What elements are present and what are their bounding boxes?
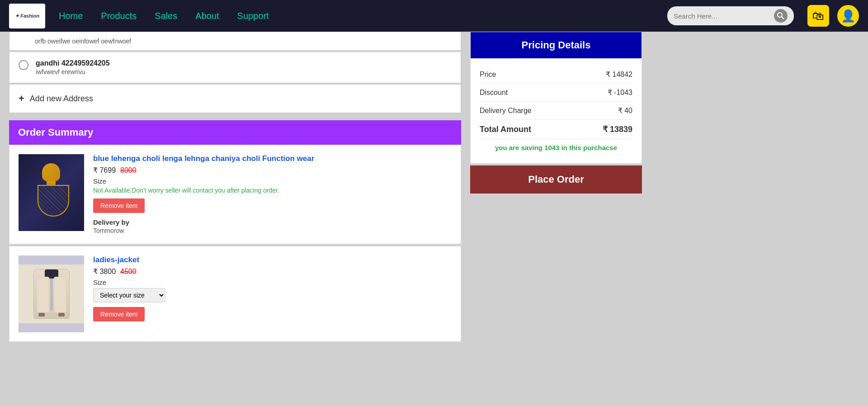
pricing-label-total: Total Amount [480,125,531,134]
lehenga-top [42,163,60,181]
order-item-2-title: ladies-jacket [93,255,452,264]
address-info-1: gandhi 422495924205 iwfvwevf erewrivu [36,59,110,76]
search-icon [777,12,784,19]
order-item-1-delivery: Delivery by Tommorow [93,218,452,235]
place-order-button[interactable]: Place Order [470,165,642,194]
logo[interactable]: ✦ Fashion [9,4,45,28]
add-address-plus-icon: + [19,93,24,104]
order-item-2-original-price: 4500 [120,268,137,276]
pricing-label-discount: Discount [480,89,508,97]
cart-icon[interactable]: 🛍 [807,5,829,27]
add-address-button[interactable]: + Add new Address [9,84,461,113]
order-item-1-title: blue lehenga choli lenga lehnga chaniya … [93,154,452,163]
order-summary-title: Order Summary [18,127,93,138]
lehenga-skirt [38,185,69,217]
pricing-value-delivery: ₹ 40 [618,106,632,115]
search-input[interactable] [674,12,771,20]
order-item-2-price: ₹ 3800 [93,267,116,276]
nav-products[interactable]: Products [101,11,137,21]
jacket-zipper [50,279,53,310]
navbar-icons: 🛍 👤 [807,5,859,27]
order-item-2-image [19,255,84,332]
pricing-row-delivery: Delivery Charge ₹ 40 [480,102,632,120]
order-item-1: blue lehenga choli lenga lehnga chaniya … [9,145,461,244]
order-summary-header: Order Summary [9,120,461,145]
add-address-label: Add new Address [30,94,93,104]
navbar: ✦ Fashion Home Products Sales About Supp… [0,0,868,32]
jacket-image [19,264,84,323]
pricing-row-discount: Discount ₹ -1043 [480,84,632,102]
pricing-label-delivery: Delivery Charge [480,107,532,115]
delivery-label-1: Delivery by [93,218,129,226]
lehenga-figure [38,163,65,217]
logo-text: ✦ Fashion [15,13,39,19]
address-name-1: gandhi 422495924205 [36,59,110,67]
pricing-saving-text: you are saving 1043 in this purchacse [480,139,632,156]
order-item-1-original-price: 8000 [120,166,137,175]
pricing-card: Pricing Details Price ₹ 14842 Discount ₹… [470,32,642,164]
search-button[interactable] [774,9,788,23]
order-item-2-size-select[interactable]: Select your size S M L XL [93,288,165,302]
nav-support[interactable]: Support [237,11,269,21]
user-icon[interactable]: 👤 [837,5,859,27]
address-item-1: gandhi 422495924205 iwfvwevf erewrivu [9,52,461,83]
search-bar [667,6,794,25]
jacket-pocket-right [58,313,65,316]
order-item-2-remove[interactable]: Remove item [93,307,145,321]
order-item-1-image [19,154,84,231]
svg-point-0 [778,13,782,17]
order-item-1-size-note: Not Available,Don't worry seller will co… [93,187,452,194]
pricing-header: Pricing Details [471,32,642,58]
order-item-1-remove[interactable]: Remove item [93,198,145,213]
jacket-sleeve-left [37,277,49,313]
order-item-2: ladies-jacket ₹ 3800 4500 Size Select yo… [9,246,461,342]
address-partial-text: orfb oweifwe oeinfowef oewfnwoef [35,38,131,45]
left-content: orfb oweifwe oeinfowef oewfnwoef gandhi … [9,32,461,344]
lehenga-image [19,154,84,231]
jacket-shape [33,269,70,319]
main-layout: orfb oweifwe oeinfowef oewfnwoef gandhi … [0,32,868,353]
delivery-value-1: Tommorow [93,227,124,234]
order-item-1-size-label: Size [93,177,452,185]
pricing-value-total: ₹ 13839 [603,124,632,134]
right-sidebar: Pricing Details Price ₹ 14842 Discount ₹… [470,32,642,194]
nav-sales[interactable]: Sales [155,11,177,21]
lehenga-waist [47,181,56,185]
order-item-1-price-row: ₹ 7699 8000 [93,166,452,175]
pricing-value-price: ₹ 14842 [606,70,632,79]
pricing-row-total: Total Amount ₹ 13839 [480,120,632,139]
pricing-body: Price ₹ 14842 Discount ₹ -1043 Delivery … [471,58,642,163]
order-item-2-size-label: Size [93,279,452,286]
address-detail-1: iwfvwevf erewrivu [36,68,110,76]
jacket-sleeve-right [54,277,66,313]
nav-menu: Home Products Sales About Support [59,11,667,21]
pricing-row-price: Price ₹ 14842 [480,66,632,84]
order-item-1-price: ₹ 7699 [93,166,116,175]
nav-about[interactable]: About [195,11,219,21]
order-item-1-details: blue lehenga choli lenga lehnga chaniya … [93,154,452,235]
address-partial: orfb oweifwe oeinfowef oewfnwoef [9,32,461,51]
address-radio-1[interactable] [19,60,28,70]
order-item-2-price-row: ₹ 3800 4500 [93,267,452,276]
nav-home[interactable]: Home [59,11,83,21]
jacket-pocket-left [38,313,45,316]
svg-line-1 [782,17,784,19]
pricing-label-price: Price [480,71,496,79]
pricing-value-discount: ₹ -1043 [608,88,632,97]
order-item-2-details: ladies-jacket ₹ 3800 4500 Size Select yo… [93,255,452,332]
